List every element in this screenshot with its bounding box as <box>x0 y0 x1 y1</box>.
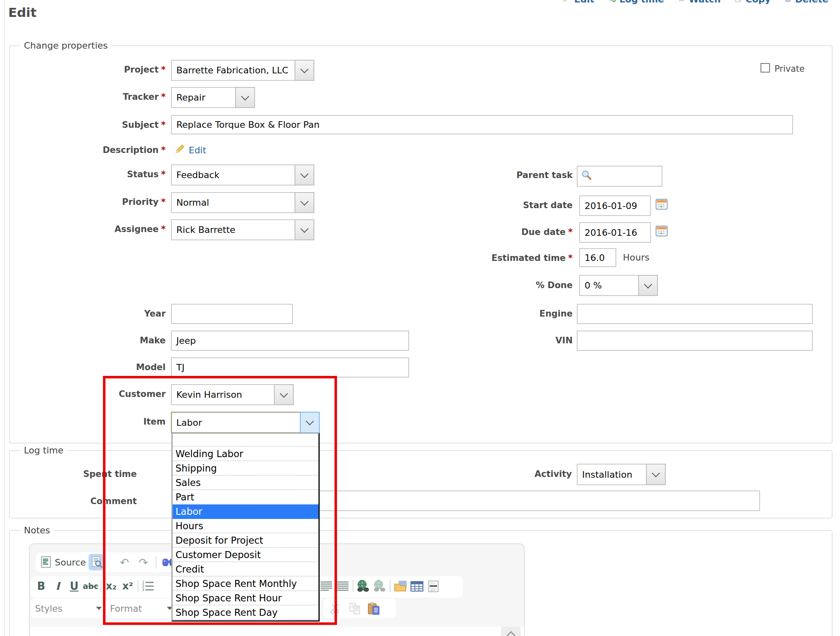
redo-icon[interactable]: ↷ <box>135 554 152 570</box>
required-asterisk: * <box>161 120 166 130</box>
customer-select[interactable]: Kevin Harrison <box>171 384 294 405</box>
vin-input[interactable] <box>577 331 813 351</box>
image-icon[interactable] <box>392 578 409 594</box>
item-value: Labor <box>176 418 202 428</box>
assignee-select[interactable]: Rick Barrette <box>171 219 314 240</box>
priority-select-button[interactable] <box>295 192 314 213</box>
watch-link[interactable]: Watch <box>677 0 721 5</box>
edit-link[interactable]: Edit <box>563 0 594 5</box>
estimated-time-input[interactable]: 16.0 <box>579 248 616 267</box>
tracker-select[interactable]: Repair <box>171 87 255 108</box>
item-label: Item <box>25 417 166 427</box>
numbered-list-icon[interactable]: 123 <box>140 578 157 594</box>
engine-input[interactable] <box>577 304 813 324</box>
item-select-button[interactable] <box>300 412 320 433</box>
source-group: Source <box>36 552 117 572</box>
percent-done-select-button[interactable] <box>638 275 658 296</box>
toolbar-separator <box>390 580 391 592</box>
unlink-icon[interactable] <box>372 578 388 594</box>
dropdown-option[interactable]: Shipping <box>173 461 318 476</box>
assignee-select-button[interactable] <box>295 219 314 240</box>
dropdown-option[interactable]: Customer Deposit <box>173 548 318 562</box>
required-asterisk: * <box>568 227 573 237</box>
dropdown-option[interactable]: Shop Space Rent Monthly <box>173 577 318 591</box>
dropdown-option[interactable]: Sales <box>173 476 318 490</box>
copy-link[interactable]: Copy <box>734 0 771 5</box>
status-select[interactable]: Feedback <box>171 164 314 185</box>
copy-doc-icon[interactable] <box>346 600 363 617</box>
description-edit-link[interactable]: Edit <box>189 145 238 155</box>
activity-select[interactable]: Installation <box>577 464 666 485</box>
item-dropdown-list[interactable]: Welding Labor Shipping Sales Part Labor … <box>171 433 320 622</box>
dropdown-option[interactable]: Shop Space Rent Day <box>173 605 318 620</box>
italic-button[interactable]: I <box>49 578 66 594</box>
paste-icon[interactable] <box>365 600 382 617</box>
underline-button[interactable]: U <box>66 578 82 594</box>
undo-icon[interactable]: ↶ <box>116 554 133 570</box>
delete-link[interactable]: Delete <box>784 0 828 5</box>
bold-button[interactable]: B <box>33 578 49 594</box>
watch-link-label: Watch <box>689 0 721 5</box>
text-style-buttons: B I U abc x₂ x² 123 <box>33 578 157 594</box>
align-block-icon[interactable] <box>335 578 351 594</box>
chevron-down-icon <box>644 280 652 289</box>
due-date-input[interactable]: 2016-01-16 <box>579 222 651 243</box>
strikethrough-button[interactable]: abc <box>82 578 99 594</box>
align-justify-icon[interactable] <box>318 578 335 594</box>
status-label: Status* <box>25 169 166 179</box>
estimated-time-label: Estimated time* <box>428 253 573 263</box>
subject-input[interactable]: Replace Torque Box & Floor Pan <box>171 115 793 134</box>
format-combo[interactable]: Format <box>106 598 177 618</box>
model-input[interactable]: TJ <box>171 357 409 378</box>
delete-link-label: Delete <box>795 0 828 5</box>
dropdown-option[interactable]: Welding Labor <box>173 447 318 461</box>
issue-edit-page: Edit Log time Watch Copy Delete Edit Cha… <box>0 0 840 636</box>
tracker-select-button[interactable] <box>235 87 255 108</box>
dropdown-option[interactable]: Deposit for Project <box>173 533 318 548</box>
description-label: Description* <box>25 145 166 155</box>
calendar-icon[interactable] <box>655 225 668 239</box>
start-date-input[interactable]: 2016-01-09 <box>579 195 651 216</box>
priority-select[interactable]: Normal <box>171 192 314 213</box>
log-time-link[interactable]: Log time <box>608 0 664 5</box>
make-input[interactable]: Jeep <box>171 331 409 351</box>
project-select[interactable]: Barrette Fabrication, LLC <box>171 60 314 81</box>
customer-label: Customer <box>25 389 166 399</box>
engine-label: Engine <box>428 309 573 319</box>
source-button[interactable]: Source <box>55 557 86 568</box>
private-checkbox[interactable] <box>760 63 770 73</box>
subscript-button[interactable]: x₂ <box>103 578 119 594</box>
status-select-button[interactable] <box>295 164 314 185</box>
preview-icon[interactable] <box>89 554 105 570</box>
styles-combo[interactable]: Styles <box>31 598 106 618</box>
project-select-button[interactable] <box>295 60 314 81</box>
project-value: Barrette Fabrication, LLC <box>176 65 288 75</box>
svg-text:1: 1 <box>142 581 144 584</box>
dropdown-option[interactable]: Hours <box>173 519 318 533</box>
dropdown-option-selected[interactable]: Labor <box>173 505 318 519</box>
activity-select-button[interactable] <box>646 464 666 485</box>
link-icon[interactable] <box>355 578 372 594</box>
dropdown-option[interactable]: Part <box>173 490 318 505</box>
cut-icon[interactable] <box>328 600 344 617</box>
log-time-link-label: Log time <box>620 0 664 5</box>
calendar-icon[interactable] <box>655 198 668 212</box>
editor-scrollbar-up[interactable] <box>501 627 521 636</box>
required-asterisk: * <box>161 92 166 102</box>
superscript-button[interactable]: x² <box>119 578 136 594</box>
notes-content-area[interactable] <box>30 627 524 636</box>
table-icon[interactable] <box>409 578 425 594</box>
year-input[interactable] <box>171 304 293 324</box>
required-asterisk: * <box>161 65 166 75</box>
log-time-legend: Log time <box>20 445 68 455</box>
priority-value: Normal <box>176 197 209 208</box>
dropdown-option[interactable]: Credit <box>173 562 318 577</box>
dropdown-option[interactable]: Shop Space Rent Hour <box>173 591 318 605</box>
item-select[interactable]: Labor <box>171 412 320 433</box>
trash-icon <box>784 0 792 5</box>
activity-label: Activity <box>466 469 572 479</box>
dropdown-option[interactable] <box>173 434 318 447</box>
horizontal-rule-icon[interactable] <box>425 578 442 594</box>
customer-select-button[interactable] <box>274 384 294 405</box>
percent-done-select[interactable]: 0 % <box>579 275 658 296</box>
